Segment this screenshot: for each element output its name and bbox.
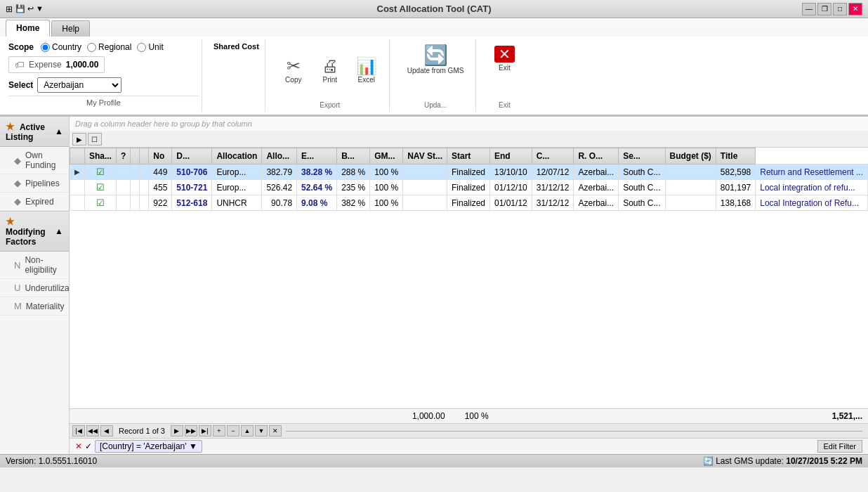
nav-last-button[interactable]: ▶| [199, 425, 211, 436]
col-arrow[interactable] [70, 148, 84, 164]
row-e-val: 235 % [337, 180, 370, 195]
exit-label: Exit [499, 64, 511, 72]
col-description[interactable]: D... [172, 148, 212, 164]
ribbon: Home Help Scope Country Regional [0, 18, 868, 117]
sidebar-item-own-funding[interactable]: ◆ Own Funding [0, 147, 69, 174]
col-r-o[interactable]: R. O... [574, 148, 619, 164]
col-end[interactable]: End [490, 148, 532, 164]
nav-first-button[interactable]: |◀ [72, 425, 85, 436]
sidebar-item-materiality[interactable]: M Materiality [0, 297, 69, 316]
nav-cancel-button[interactable]: ✕ [269, 425, 282, 436]
row-budget: 801,197 [716, 180, 755, 195]
share-checkbox[interactable]: ☑ [84, 195, 116, 211]
close-button[interactable]: ✕ [848, 3, 862, 15]
maximize-button[interactable]: □ [833, 3, 847, 15]
minimize-button[interactable]: — [802, 3, 816, 15]
sidebar-item-non-eligibility[interactable]: N Non-eligibility [0, 252, 69, 279]
col-4[interactable] [140, 148, 149, 164]
sidebar-item-underutilization[interactable]: U Underutilization [0, 279, 69, 297]
window-controls: — ❐ □ ✕ [802, 3, 862, 15]
scope-unit[interactable]: Unit [137, 42, 163, 52]
update-gms-button[interactable]: 🔄 Update from GMS [401, 42, 471, 78]
share-checkbox[interactable]: ☑ [84, 164, 116, 180]
scope-regional[interactable]: Regional [87, 42, 131, 52]
sidebar-item-pipelines[interactable]: ◆ Pipelines [0, 174, 69, 193]
excel-button[interactable]: 📊 Excel [350, 54, 383, 87]
table-footer: 1,000.00 100 % 1,521,... [70, 408, 868, 423]
version-label: Version: 1.0.5551.16010 [6, 456, 97, 466]
row-nav-status: Finalized [447, 195, 489, 211]
nav-add-button[interactable]: + [213, 425, 225, 436]
col-allocation[interactable]: Allocation [212, 148, 262, 164]
col-allo2[interactable]: Allo... [262, 148, 297, 164]
tab-help[interactable]: Help [51, 20, 90, 37]
edit-filter-button[interactable]: Edit Filter [817, 440, 862, 453]
col-start[interactable]: Start [447, 148, 489, 164]
row-b-val: 100 % [370, 195, 403, 211]
row-title: Return and Resettlement ... [756, 164, 868, 180]
update-section-label: Upda... [424, 98, 447, 109]
my-profile-button[interactable]: My Profile [8, 96, 199, 109]
print-label: Print [323, 76, 338, 84]
col-share[interactable]: Sha... [84, 148, 116, 164]
toolbar-checkbox-btn[interactable]: ☐ [88, 133, 102, 145]
row-start: 01/12/10 [490, 180, 532, 195]
nav-prev-page-button[interactable]: ◀◀ [86, 425, 99, 436]
table-row[interactable]: ▶ ☑ 449 510-706 Europ... 382.79 38.28 % … [70, 164, 867, 180]
table-row[interactable]: ☑ 455 510-721 Europ... 526.42 52.64 % 23… [70, 180, 867, 195]
scope-country[interactable]: Country [41, 42, 81, 52]
nav-delete-button[interactable]: − [227, 425, 239, 436]
print-icon: 🖨 [322, 58, 338, 75]
row-code: 510-721 [172, 180, 212, 195]
filter-text: [Country] = 'Azerbaijan' [100, 441, 187, 451]
last-update-value: 10/27/2015 5:22 PM [786, 456, 862, 466]
active-listing-header[interactable]: ★ Active Listing ▲ [0, 117, 69, 147]
col-nav-st[interactable]: NAV St... [403, 148, 447, 164]
col-c[interactable]: C... [532, 148, 574, 164]
col-budget[interactable]: Budget ($) [665, 148, 716, 164]
col-se[interactable]: Se... [619, 148, 665, 164]
exit-button[interactable]: ✕ Exit [487, 42, 521, 75]
drag-hint: Drag a column header here to group by th… [70, 117, 868, 131]
row-end: 31/12/12 [532, 180, 574, 195]
restore-button[interactable]: ❐ [817, 3, 831, 15]
copy-button[interactable]: ✂ Copy [277, 54, 310, 87]
toolbar-filter-btn[interactable]: ▶ [72, 133, 86, 145]
update-section: 🔄 Update from GMS Upda... [395, 39, 477, 112]
filter-close-icon[interactable]: ✕ [75, 441, 82, 451]
expense-box: 🏷 Expense 1,000.00 [8, 56, 105, 73]
print-button[interactable]: 🖨 Print [313, 54, 347, 87]
table-toolbar: ▶ ☐ [70, 131, 868, 148]
col-gm[interactable]: GM... [370, 148, 403, 164]
footer-total-pct: 100 % [465, 411, 489, 421]
tab-home[interactable]: Home [6, 20, 50, 37]
nav-next-page-button[interactable]: ▶▶ [185, 425, 197, 436]
nav-up-button[interactable]: ▲ [241, 425, 254, 436]
row-question [116, 180, 130, 195]
row-question [116, 195, 130, 211]
row-region: South C... [619, 164, 665, 180]
col-b[interactable]: B... [337, 148, 370, 164]
modifying-factors-header[interactable]: ★ Modifying Factors ▲ [0, 212, 69, 252]
share-checkbox[interactable]: ☑ [84, 180, 116, 195]
row-se [665, 164, 716, 180]
table-row[interactable]: ☑ 922 512-618 UNHCR 90.78 9.08 % 382 % 1… [70, 195, 867, 211]
scope-radio-group: Country Regional Unit [41, 42, 164, 52]
col-3[interactable] [131, 148, 140, 164]
col-e[interactable]: E... [297, 148, 337, 164]
nav-prev-button[interactable]: ◀ [100, 425, 113, 436]
filter-dropdown-icon[interactable]: ▼ [189, 441, 197, 451]
col-title[interactable]: Title [716, 148, 755, 164]
country-select[interactable]: Azerbaijan Armenia Georgia [37, 77, 121, 93]
row-region: South C... [619, 195, 665, 211]
nav-next-button[interactable]: ▶ [171, 425, 183, 436]
nav-down-button[interactable]: ▼ [255, 425, 268, 436]
row-col4 [140, 195, 149, 211]
exit-section-label: Exit [499, 98, 511, 109]
col-no[interactable]: No [149, 148, 172, 164]
materiality-icon: M [14, 301, 22, 311]
col-question[interactable]: ? [116, 148, 130, 164]
title-bar: ⊞ 💾 ↩ ▼ Cost Allocation Tool (CAT) — ❐ □… [0, 0, 868, 18]
sidebar-item-expired[interactable]: ◆ Expired [0, 193, 69, 211]
data-table-wrap: Sha... ? No D... Allocation Allo... E...… [70, 148, 868, 408]
